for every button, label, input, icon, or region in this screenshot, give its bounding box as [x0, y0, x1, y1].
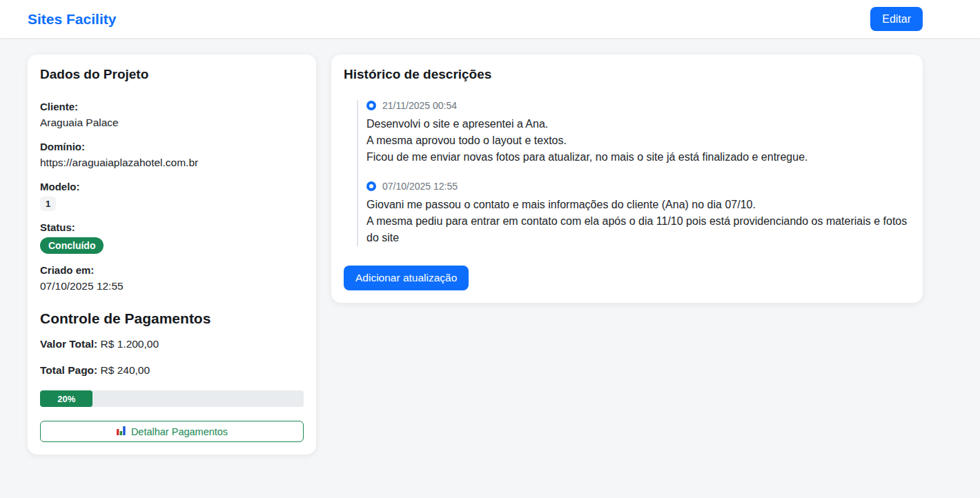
payment-progress-bar: 20%: [40, 390, 304, 407]
entry-header: 21/11/2025 00:54: [366, 100, 910, 111]
entry-date: 21/11/2025 00:54: [382, 100, 457, 111]
field-modelo: Modelo: 1: [40, 179, 304, 211]
status-badge: Concluído: [40, 237, 104, 254]
dominio-value: https://araguaiaplazahotel.com.br: [40, 155, 304, 170]
field-cliente: Cliente: Araguaia Palace: [40, 99, 304, 130]
detail-payments-label: Detalhar Pagamentos: [131, 426, 228, 437]
timeline-marker-icon: [366, 181, 376, 191]
total-pago-value: R$ 240,00: [101, 364, 150, 376]
edit-button[interactable]: Editar: [870, 7, 923, 31]
payments-title: Controle de Pagamentos: [40, 310, 304, 327]
status-label: Status:: [40, 219, 304, 235]
project-card-title: Dados do Projeto: [40, 67, 304, 82]
timeline-entry: 21/11/2025 00:54 Desenvolvi o site e apr…: [366, 100, 910, 166]
entry-text-line: Giovani me passou o contato e mais infor…: [366, 197, 910, 213]
total-pago-label: Total Pago:: [40, 364, 97, 376]
history-card-title: Histórico de descrições: [344, 67, 910, 82]
cliente-label: Cliente:: [40, 99, 304, 114]
cliente-value: Araguaia Palace: [40, 114, 304, 130]
history-timeline: 21/11/2025 00:54 Desenvolvi o site e apr…: [357, 100, 910, 246]
main-content: Dados do Projeto Cliente: Araguaia Palac…: [0, 38, 980, 455]
criado-value: 07/10/2025 12:55: [40, 278, 304, 294]
valor-total-label: Valor Total:: [40, 338, 97, 350]
entry-header: 07/10/2025 12:55: [366, 181, 910, 192]
entry-text-line: A mesma aprovou todo o layout e textos.: [366, 132, 910, 149]
timeline-entry: 07/10/2025 12:55 Giovani me passou o con…: [366, 181, 910, 246]
entry-text-line: Desenvolvi o site e apresentei a Ana.: [366, 116, 910, 132]
modelo-label: Modelo:: [40, 179, 304, 195]
modelo-badge: 1: [40, 197, 56, 211]
entry-text-line: Ficou de me enviar novas fotos para atua…: [366, 149, 910, 166]
timeline-marker-icon: [366, 101, 376, 110]
field-dominio: Domínio: https://araguaiaplazahotel.com.…: [40, 139, 304, 170]
entry-text-line: A mesma pediu para entrar em contato com…: [366, 213, 910, 246]
history-card: Histórico de descrições 21/11/2025 00:54…: [331, 54, 923, 303]
valor-total-line: Valor Total: R$ 1.200,00: [40, 338, 304, 350]
field-criado: Criado em: 07/10/2025 12:55: [40, 262, 304, 294]
total-pago-line: Total Pago: R$ 240,00: [40, 364, 304, 377]
project-card: Dados do Projeto Cliente: Araguaia Palac…: [28, 54, 316, 455]
criado-label: Criado em:: [40, 262, 304, 278]
valor-total-value: R$ 1.200,00: [101, 338, 159, 350]
app-header: Sites Facility Editar: [0, 0, 980, 38]
entry-date: 07/10/2025 12:55: [382, 181, 458, 192]
field-status: Status: Concluído: [40, 219, 304, 254]
detail-payments-button[interactable]: Detalhar Pagamentos: [40, 421, 304, 442]
add-update-button[interactable]: Adicionar atualização: [344, 266, 469, 290]
dominio-label: Domínio:: [40, 139, 304, 155]
progress-fill: 20%: [40, 390, 92, 407]
bar-chart-icon: [116, 426, 126, 438]
app-title: Sites Facility: [28, 11, 116, 28]
